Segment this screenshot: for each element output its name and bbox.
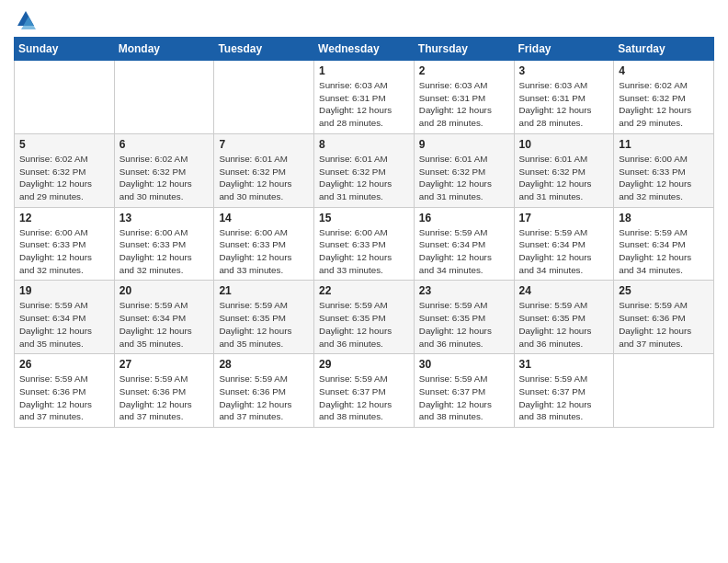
- calendar-cell: 22Sunrise: 5:59 AM Sunset: 6:35 PM Dayli…: [314, 281, 415, 354]
- day-info: Sunrise: 6:02 AM Sunset: 6:32 PM Dayligh…: [619, 79, 709, 130]
- day-info: Sunrise: 6:03 AM Sunset: 6:31 PM Dayligh…: [519, 79, 609, 130]
- day-number: 20: [119, 284, 210, 297]
- calendar-cell: 13Sunrise: 6:00 AM Sunset: 6:33 PM Dayli…: [114, 207, 214, 281]
- calendar-cell: 18Sunrise: 5:59 AM Sunset: 6:34 PM Dayli…: [614, 207, 714, 281]
- day-number: 26: [19, 358, 109, 371]
- day-number: 19: [19, 284, 109, 297]
- calendar-cell: 27Sunrise: 5:59 AM Sunset: 6:36 PM Dayli…: [114, 354, 214, 428]
- day-info: Sunrise: 6:00 AM Sunset: 6:33 PM Dayligh…: [119, 226, 210, 277]
- day-number: 12: [19, 212, 109, 224]
- calendar-cell: 20Sunrise: 5:59 AM Sunset: 6:34 PM Dayli…: [114, 281, 214, 354]
- calendar-header-saturday: Saturday: [614, 38, 714, 61]
- calendar-week-row: 1Sunrise: 6:03 AM Sunset: 6:31 PM Daylig…: [15, 61, 714, 134]
- day-number: 1: [319, 64, 409, 77]
- calendar-cell: 19Sunrise: 5:59 AM Sunset: 6:34 PM Dayli…: [15, 281, 115, 354]
- calendar-week-row: 26Sunrise: 5:59 AM Sunset: 6:36 PM Dayli…: [15, 354, 714, 428]
- calendar-cell: [214, 61, 314, 134]
- day-info: Sunrise: 5:59 AM Sunset: 6:34 PM Dayligh…: [419, 226, 509, 277]
- calendar-cell: [614, 354, 714, 428]
- calendar-cell: 25Sunrise: 5:59 AM Sunset: 6:36 PM Dayli…: [614, 281, 714, 354]
- day-number: 13: [119, 212, 210, 224]
- calendar-cell: 23Sunrise: 5:59 AM Sunset: 6:35 PM Dayli…: [414, 281, 514, 354]
- day-info: Sunrise: 6:00 AM Sunset: 6:33 PM Dayligh…: [219, 226, 309, 277]
- day-info: Sunrise: 5:59 AM Sunset: 6:34 PM Dayligh…: [519, 226, 609, 277]
- calendar-header-tuesday: Tuesday: [214, 38, 314, 61]
- day-number: 23: [419, 284, 509, 297]
- day-number: 24: [519, 284, 609, 297]
- day-number: 9: [419, 138, 509, 151]
- day-number: 31: [519, 358, 609, 371]
- day-info: Sunrise: 5:59 AM Sunset: 6:35 PM Dayligh…: [319, 299, 409, 350]
- day-number: 14: [219, 212, 309, 224]
- calendar-header-thursday: Thursday: [414, 38, 514, 61]
- day-info: Sunrise: 5:59 AM Sunset: 6:36 PM Dayligh…: [619, 299, 709, 350]
- calendar-cell: 28Sunrise: 5:59 AM Sunset: 6:36 PM Dayli…: [214, 354, 314, 428]
- day-number: 2: [419, 64, 509, 77]
- day-number: 16: [419, 212, 509, 224]
- calendar-cell: 14Sunrise: 6:00 AM Sunset: 6:33 PM Dayli…: [214, 207, 314, 281]
- calendar-cell: 12Sunrise: 6:00 AM Sunset: 6:33 PM Dayli…: [15, 207, 115, 281]
- calendar-cell: 4Sunrise: 6:02 AM Sunset: 6:32 PM Daylig…: [614, 61, 714, 134]
- calendar-cell: 15Sunrise: 6:00 AM Sunset: 6:33 PM Dayli…: [314, 207, 415, 281]
- calendar-cell: 30Sunrise: 5:59 AM Sunset: 6:37 PM Dayli…: [414, 354, 514, 428]
- day-number: 3: [519, 64, 609, 77]
- calendar-cell: 21Sunrise: 5:59 AM Sunset: 6:35 PM Dayli…: [214, 281, 314, 354]
- day-info: Sunrise: 5:59 AM Sunset: 6:36 PM Dayligh…: [19, 373, 109, 423]
- day-number: 15: [319, 212, 409, 224]
- calendar-header-row: SundayMondayTuesdayWednesdayThursdayFrid…: [15, 38, 714, 61]
- calendar-week-row: 12Sunrise: 6:00 AM Sunset: 6:33 PM Dayli…: [15, 207, 714, 281]
- logo-icon: [16, 9, 36, 29]
- calendar-cell: 17Sunrise: 5:59 AM Sunset: 6:34 PM Dayli…: [514, 207, 614, 281]
- day-info: Sunrise: 6:01 AM Sunset: 6:32 PM Dayligh…: [519, 153, 609, 203]
- day-number: 28: [219, 358, 309, 371]
- calendar-cell: 2Sunrise: 6:03 AM Sunset: 6:31 PM Daylig…: [414, 61, 514, 134]
- day-number: 6: [119, 138, 210, 151]
- calendar-week-row: 5Sunrise: 6:02 AM Sunset: 6:32 PM Daylig…: [15, 133, 714, 207]
- calendar-cell: 3Sunrise: 6:03 AM Sunset: 6:31 PM Daylig…: [514, 61, 614, 134]
- day-number: 18: [619, 212, 709, 224]
- day-info: Sunrise: 5:59 AM Sunset: 6:37 PM Dayligh…: [419, 373, 509, 423]
- calendar-cell: 31Sunrise: 5:59 AM Sunset: 6:37 PM Dayli…: [514, 354, 614, 428]
- calendar-cell: 1Sunrise: 6:03 AM Sunset: 6:31 PM Daylig…: [314, 61, 415, 134]
- header: [14, 9, 714, 29]
- day-info: Sunrise: 6:02 AM Sunset: 6:32 PM Dayligh…: [119, 153, 210, 203]
- day-info: Sunrise: 5:59 AM Sunset: 6:37 PM Dayligh…: [319, 373, 409, 423]
- calendar-cell: [114, 61, 214, 134]
- calendar-cell: 10Sunrise: 6:01 AM Sunset: 6:32 PM Dayli…: [514, 133, 614, 207]
- calendar-cell: 16Sunrise: 5:59 AM Sunset: 6:34 PM Dayli…: [414, 207, 514, 281]
- day-number: 29: [319, 358, 409, 371]
- calendar-cell: 7Sunrise: 6:01 AM Sunset: 6:32 PM Daylig…: [214, 133, 314, 207]
- day-info: Sunrise: 5:59 AM Sunset: 6:35 PM Dayligh…: [419, 299, 509, 350]
- day-number: 11: [619, 138, 709, 151]
- day-info: Sunrise: 5:59 AM Sunset: 6:34 PM Dayligh…: [119, 299, 210, 350]
- calendar-header-friday: Friday: [514, 38, 614, 61]
- day-info: Sunrise: 6:00 AM Sunset: 6:33 PM Dayligh…: [19, 226, 109, 277]
- day-info: Sunrise: 6:01 AM Sunset: 6:32 PM Dayligh…: [319, 153, 409, 203]
- calendar-cell: 8Sunrise: 6:01 AM Sunset: 6:32 PM Daylig…: [314, 133, 415, 207]
- day-info: Sunrise: 5:59 AM Sunset: 6:35 PM Dayligh…: [519, 299, 609, 350]
- calendar-cell: [15, 61, 115, 134]
- day-info: Sunrise: 5:59 AM Sunset: 6:34 PM Dayligh…: [619, 226, 709, 277]
- page: SundayMondayTuesdayWednesdayThursdayFrid…: [0, 0, 728, 442]
- calendar-cell: 5Sunrise: 6:02 AM Sunset: 6:32 PM Daylig…: [15, 133, 115, 207]
- day-number: 10: [519, 138, 609, 151]
- day-info: Sunrise: 6:00 AM Sunset: 6:33 PM Dayligh…: [319, 226, 409, 277]
- calendar-cell: 29Sunrise: 5:59 AM Sunset: 6:37 PM Dayli…: [314, 354, 415, 428]
- day-info: Sunrise: 6:03 AM Sunset: 6:31 PM Dayligh…: [319, 79, 409, 130]
- day-info: Sunrise: 6:01 AM Sunset: 6:32 PM Dayligh…: [219, 153, 309, 203]
- logo: [14, 9, 36, 29]
- day-info: Sunrise: 6:02 AM Sunset: 6:32 PM Dayligh…: [19, 153, 109, 203]
- calendar-cell: 11Sunrise: 6:00 AM Sunset: 6:33 PM Dayli…: [614, 133, 714, 207]
- day-info: Sunrise: 5:59 AM Sunset: 6:36 PM Dayligh…: [219, 373, 309, 423]
- day-info: Sunrise: 6:00 AM Sunset: 6:33 PM Dayligh…: [619, 153, 709, 203]
- day-info: Sunrise: 5:59 AM Sunset: 6:37 PM Dayligh…: [519, 373, 609, 423]
- day-number: 25: [619, 284, 709, 297]
- calendar-header-wednesday: Wednesday: [314, 38, 415, 61]
- day-number: 22: [319, 284, 409, 297]
- day-info: Sunrise: 5:59 AM Sunset: 6:34 PM Dayligh…: [19, 299, 109, 350]
- day-number: 30: [419, 358, 509, 371]
- calendar-cell: 6Sunrise: 6:02 AM Sunset: 6:32 PM Daylig…: [114, 133, 214, 207]
- calendar-cell: 26Sunrise: 5:59 AM Sunset: 6:36 PM Dayli…: [15, 354, 115, 428]
- day-number: 8: [319, 138, 409, 151]
- calendar-header-monday: Monday: [114, 38, 214, 61]
